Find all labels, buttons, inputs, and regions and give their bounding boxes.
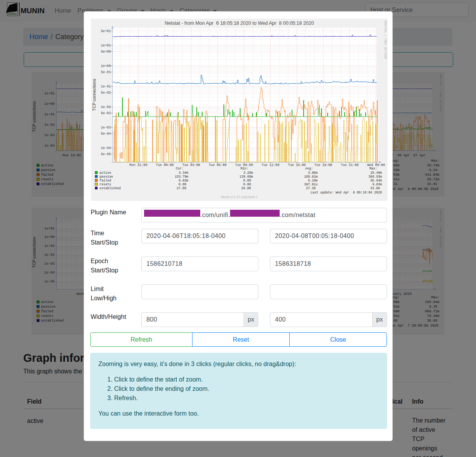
svg-text:1e+01: 1e+01	[101, 44, 111, 48]
svg-text:139.66m: 139.66m	[239, 175, 253, 178]
svg-text:Tue 21:00: Tue 21:00	[341, 163, 359, 167]
svg-text:5e+01: 5e+01	[101, 29, 111, 33]
svg-text:5e-01: 5e-01	[101, 70, 111, 74]
svg-text:Tue 06:00: Tue 06:00	[209, 163, 227, 167]
svg-text:29.48m: 29.48m	[370, 171, 382, 175]
svg-text:1e-01: 1e-01	[101, 85, 111, 89]
svg-text:passive: passive	[100, 175, 113, 178]
svg-text:1e-03: 1e-03	[101, 126, 111, 130]
svg-text:3.34m: 3.34m	[179, 171, 188, 175]
svg-text:0.00: 0.00	[243, 179, 251, 182]
svg-text:active: active	[100, 171, 111, 175]
svg-text:failed: failed	[100, 179, 111, 182]
svg-text:Avg:: Avg:	[305, 167, 313, 170]
svg-text:Tue 18:00: Tue 18:00	[314, 163, 332, 167]
svg-text:85.64m: 85.64m	[370, 179, 382, 182]
svg-text:27.30: 27.30	[306, 187, 316, 190]
svg-text:Cur:: Cur:	[176, 167, 184, 170]
svg-text:5e-02: 5e-02	[101, 91, 111, 95]
svg-text:Munin 2.0.37-1ubuntu0.1: Munin 2.0.37-1ubuntu0.1	[221, 195, 258, 199]
svg-text:0.00: 0.00	[179, 183, 186, 186]
svg-text:5e+00: 5e+00	[101, 50, 111, 54]
svg-text:5e-04: 5e-04	[101, 132, 111, 136]
svg-text:387.81u: 387.81u	[304, 183, 318, 186]
svg-text:1e-04: 1e-04	[101, 146, 111, 150]
svg-text:386.93m: 386.93m	[368, 175, 382, 178]
svg-text:Tue 00:00: Tue 00:00	[156, 163, 174, 167]
svg-text:169.81m: 169.81m	[304, 175, 318, 178]
svg-text:Min:: Min:	[241, 167, 248, 170]
svg-text:1e+00: 1e+00	[101, 64, 111, 68]
svg-text:9.83m: 9.83m	[372, 183, 382, 186]
svg-text:6.16m: 6.16m	[308, 179, 318, 182]
svg-text:Tue 12:00: Tue 12:00	[261, 163, 279, 167]
svg-text:3.29m: 3.29m	[243, 171, 253, 175]
svg-text:0.00: 0.00	[243, 183, 251, 186]
svg-text:153.79m: 153.79m	[175, 175, 188, 178]
svg-text:5e-03: 5e-03	[101, 111, 111, 115]
svg-text:Tue 15:00: Tue 15:00	[288, 163, 306, 167]
svg-text:Last update: Wed Apr 8 00:10:: Last update: Wed Apr 8 00:10:04 2020	[311, 191, 382, 194]
svg-text:Tue 03:00: Tue 03:00	[182, 163, 200, 167]
svg-text:Netstat - from Mon Apr 6 18:0: Netstat - from Mon Apr 6 18:05:18 2020 t…	[165, 21, 314, 26]
svg-text:27.00: 27.00	[177, 187, 186, 190]
svg-text:33.88: 33.88	[370, 187, 380, 190]
svg-text:3.86m: 3.86m	[308, 171, 318, 175]
svg-text:TCP connections: TCP connections	[92, 79, 96, 111]
svg-text:1e-02: 1e-02	[101, 105, 111, 109]
svg-text:established: established	[100, 187, 121, 190]
svg-text:Max:: Max:	[369, 167, 377, 170]
svg-text:26.00: 26.00	[241, 187, 251, 190]
svg-text:5e-05: 5e-05	[101, 152, 111, 156]
svg-text:6.63m: 6.63m	[179, 179, 188, 182]
svg-text:resets: resets	[100, 183, 111, 186]
svg-text:RRDTOOL / TOBI OETIKER: RRDTOOL / TOBI OETIKER	[384, 21, 387, 59]
svg-text:Mon 21:00: Mon 21:00	[129, 163, 147, 167]
